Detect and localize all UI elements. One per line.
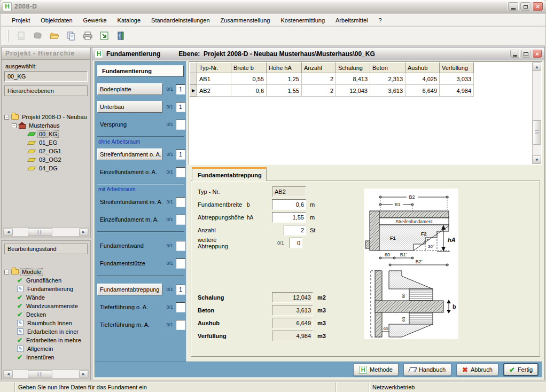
field-input[interactable]: 0 [290,238,302,248]
module-button-einzelfundament-o-a[interactable]: Einzelfundament o. A. [97,169,162,175]
module-button-unterbau[interactable]: Unterbau [97,101,162,113]
module-count-field[interactable]: 1 [176,285,185,295]
collapse-icon[interactable]: − [12,123,17,128]
tree-item-wandzusammenste[interactable]: ✔Wandzusammenste [4,302,88,310]
tree-item-raumbuch-innen[interactable]: ✎Raumbuch Innen [4,319,88,327]
menu-item-gewerke[interactable]: Gewerke [78,15,112,26]
module-button-tieferf-hrung-m-a[interactable]: Tieferführung m. A. [97,322,162,328]
scroll-left-icon[interactable]: ◄ [4,370,13,378]
module-count-field[interactable]: 1 [176,102,185,112]
hierarchy-hscrollbar[interactable]: ◄ ► [3,228,89,237]
open-folder-icon[interactable] [48,29,61,42]
tree-item-allgemein[interactable]: ✎Allgemein [4,344,88,353]
tree-item-module-root[interactable]: −Module [4,268,88,276]
tree-item-03-og2[interactable]: 03_OG2 [4,155,88,164]
new-document-icon[interactable] [15,29,28,42]
module-count-field[interactable]: 1 [176,150,185,160]
column-header-typ-nr[interactable]: Typ-Nr. [197,63,231,73]
tree-item-01-eg[interactable]: 01_EG [4,138,88,147]
tree-item-04-dg[interactable]: 04_DG [4,164,88,173]
module-button-fundamentabtreppung[interactable]: Fundamentabtreppung [97,284,162,295]
collapse-icon[interactable]: − [4,115,9,120]
module-count-field[interactable] [176,320,185,330]
module-count-field[interactable] [176,197,185,207]
table-row[interactable]: ▶AB20,61,55212,0433,6136,6494,984 [190,85,474,97]
module-button-streifenfundament-m-a[interactable]: Streifenfundament m. A. [97,199,162,205]
module-count-field[interactable] [176,167,185,177]
tree-item-decken[interactable]: ✔Decken [4,310,88,319]
scroll-left-icon[interactable]: ◄ [4,228,13,236]
minimize-button[interactable] [510,49,520,58]
table-vscrollbar[interactable]: ▲ ▼ [532,62,541,164]
tree-item-project[interactable]: −Projekt 2008-D - Neubau [4,113,88,121]
module-button-bodenplatte[interactable]: Bodenplatte [97,83,162,95]
menu-item-item[interactable]: ? [373,15,387,26]
restore-button[interactable] [520,2,531,11]
tree-item-fundamentierung[interactable]: ✎Fundamentierung [4,285,88,293]
table-row[interactable]: AB10,551,2528,4132,3134,0253,033 [190,73,474,85]
menu-item-standardeinstellungen[interactable]: Standardeinstellungen [146,15,215,26]
scroll-thumb[interactable] [28,228,52,236]
exit-door-icon[interactable] [114,29,127,42]
scroll-thumb[interactable] [533,120,541,145]
scroll-up-icon[interactable]: ▲ [533,62,541,71]
column-header-aushub[interactable]: Aushub [405,63,440,73]
open-project-icon[interactable] [32,29,44,42]
column-header-breite-b[interactable]: Breite b [231,63,267,73]
menu-item-projekt[interactable]: Projekt [6,15,35,26]
tree-item-02-og1[interactable]: 02_OG1 [4,147,88,155]
menu-item-zusammenstellung[interactable]: Zusammenstellung [215,15,276,26]
module-selector-panel: Fundamentierung Bodenplatte0/11Unterbau0… [95,61,186,363]
close-button[interactable]: × [532,49,542,58]
tree-item-building[interactable]: −Musterhaus [4,121,88,130]
column-header-beton[interactable]: Beton [370,63,405,73]
column-header-h-he-ha[interactable]: Höhe hA [267,63,302,73]
progress-hscrollbar[interactable]: ◄ ► [3,370,89,379]
scroll-thumb[interactable] [28,370,52,378]
tree-item-grundfl-chen[interactable]: ✔Grundflächen [4,276,88,285]
module-button-streifenfundament-o-a[interactable]: Streifenfundament o. A. [97,148,162,160]
field-input[interactable]: 2 [284,225,306,236]
tree-item-00-kg[interactable]: 00_KG [4,130,88,138]
abbruch-button[interactable]: Abbruch [456,363,498,376]
module-count-field[interactable] [176,302,185,312]
module-count-field[interactable] [176,120,185,130]
tree-item-erdarbeiten-in-einer[interactable]: ✎Erdarbeiten in einer [4,327,88,336]
methode-button[interactable]: Methode [353,363,399,376]
module-count-field[interactable] [176,258,185,269]
tree-item-w-nde[interactable]: ✔Wände [4,293,88,302]
scroll-down-icon[interactable]: ▼ [533,155,541,164]
scroll-right-icon[interactable]: ► [79,228,88,236]
scroll-right-icon[interactable]: ► [79,370,88,378]
tree-item-innent-ren[interactable]: ✔Innentüren [4,353,88,362]
tree-item-erdarbeiten-in-mehre[interactable]: ✔Erdarbeiten in mehre [4,336,88,344]
export-icon[interactable] [98,29,111,42]
menu-item-kostenermittlung[interactable]: Kostenermittlung [275,15,330,26]
collapse-icon[interactable]: − [4,270,9,275]
close-button[interactable]: × [532,2,543,11]
module-button-tieferf-hrung-o-a[interactable]: Tieferführung o. A. [97,304,162,310]
minimize-button[interactable] [508,2,519,11]
column-header-anzahl[interactable]: Anzahl [302,63,336,73]
module-button-einzelfundament-m-a[interactable]: Einzelfundament m. A. [97,216,162,223]
copy-icon[interactable] [65,29,77,42]
column-header-schalung[interactable]: Schalung [336,63,370,73]
fertig-button[interactable]: Fertig [503,363,539,376]
menu-item-arbeitsmittel[interactable]: Arbeitsmittel [330,15,373,26]
menu-item-kataloge[interactable]: Kataloge [112,15,146,26]
module-count-field[interactable] [176,215,185,225]
tab-fundamentabtreppung[interactable]: Fundamentabtreppung [192,167,267,181]
module-button-versprung[interactable]: Versprung [97,121,162,128]
maximize-button[interactable] [521,49,531,58]
field-input[interactable]: 1,55 [272,212,306,223]
print-icon[interactable] [81,29,94,42]
module-count-field[interactable] [176,241,185,251]
module-button-fundamentst-tze[interactable]: Fundamentstütze [97,260,162,266]
module-button-fundamentwand[interactable]: Fundamentwand [97,242,162,249]
field-input[interactable]: 0,6 [272,199,306,210]
column-header-verf-llung[interactable]: Verfüllung [440,63,474,73]
menu-item-objektdaten[interactable]: Objektdaten [35,15,77,26]
module-count-field[interactable]: 1 [176,84,185,95]
cancel-icon [462,366,468,374]
handbuch-button[interactable]: Handbuch [403,363,451,376]
